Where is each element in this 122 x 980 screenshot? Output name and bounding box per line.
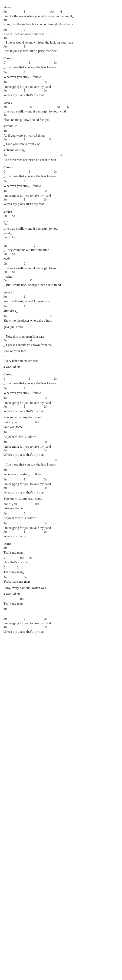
- line-6-7: I'm begging for you to take my hand: [3, 401, 119, 405]
- line-7-20: _ _: [3, 611, 119, 616]
- line-2-14: Am G F: [3, 154, 119, 158]
- line-6-35: You know that my train could: [3, 496, 119, 501]
- section-label-1: Chorus: [3, 57, 119, 60]
- line-6-25: _ The more that you say, the less I know: [3, 462, 119, 467]
- line-4-14: Em Am: [3, 270, 119, 274]
- line-4-13: Life was a willow and it bent right to y…: [3, 266, 119, 270]
- line-7-7: That's my man_: [3, 570, 119, 574]
- line-6-28: Wherever you stray, I follow: [3, 472, 119, 477]
- line-0-7: Am G F: [3, 37, 119, 41]
- line-6-41: Anywhere else is hollow: [3, 516, 119, 520]
- line-6-27: Am G: [3, 469, 119, 472]
- line-7-23: I'm begging for you to take my hand: [3, 621, 119, 626]
- line-5-19: Every bait-and-switch was: [3, 359, 119, 363]
- line-1-8: Am G Dm: [3, 89, 119, 93]
- line-6-24: C G Dm: [3, 459, 119, 463]
- line-2-10: _ Like you were a trophy or: [3, 142, 119, 146]
- line-5-9: gave you scars: [3, 325, 119, 329]
- line-2-3: Head on the pillow, I could feel you: [3, 118, 119, 122]
- section-label-3: Chorus: [3, 165, 119, 169]
- line-5-0: Am G: [3, 295, 119, 299]
- line-7-4: Hey, that's my man _: [3, 560, 119, 565]
- line-6-19: Am G Dm: [3, 441, 119, 444]
- line-4-5: Em Am: [3, 236, 119, 240]
- line-7-1: That's my man_: [3, 550, 119, 555]
- line-7-3: G Dm Am: [3, 556, 119, 560]
- line-4-10: again_: [3, 256, 119, 261]
- line-3-7: I'm begging for you to take my hand: [3, 193, 119, 198]
- section-6: ChorusC G Dm_ The more that you say, the…: [3, 372, 119, 539]
- line-2-7: Am G: [3, 130, 119, 134]
- line-6-11: You know that my train could: [3, 415, 119, 420]
- line-7-17: That's my man_: [3, 601, 119, 606]
- line-5-18: G: [3, 355, 119, 359]
- line-0-2: Am G: [3, 19, 119, 22]
- line-6-31: I'm begging for you to take my hand: [3, 482, 119, 487]
- line-4-1: _ _: [3, 218, 119, 223]
- line-5-11: F G: [3, 331, 119, 334]
- line-4-2: Dm C: [3, 223, 119, 227]
- line-7-25: Wreck my plans, that's my man: [3, 630, 119, 634]
- line-7-22: Am G Dm: [3, 617, 119, 621]
- line-7-24: Am G Dm: [3, 626, 119, 630]
- line-6-6: Am G Dm: [3, 397, 119, 401]
- section-1: ChorusC G Dm_ The more that you say, the…: [3, 57, 119, 97]
- line-1-4: Wherever you stray, I follow: [3, 75, 119, 80]
- section-label-7: Outro: [3, 542, 119, 546]
- line-6-46: Wreck my plans: [3, 534, 119, 539]
- line-6-1: _ The more that you say, the less I know: [3, 381, 119, 386]
- line-2-9: Am G Am: [3, 138, 119, 142]
- line-2-8: As if you were a mythical thing: [3, 134, 119, 138]
- line-2-0: Am G Am G: [3, 105, 119, 109]
- line-3-1: _ The more that you say, the less I know: [3, 174, 119, 179]
- line-6-22: Wreck my plans, that's my man: [3, 452, 119, 457]
- line-3-6: Am G Dm: [3, 190, 119, 194]
- line-2-1: Life was a willow and it bent right to y…: [3, 109, 119, 114]
- line-6-13: take you Dm: [3, 421, 119, 425]
- line-6-8: Am G Dm: [3, 405, 119, 409]
- line-3-3: Am G: [3, 180, 119, 184]
- line-2-5: sneakin' in: [3, 124, 119, 128]
- line-5-21: a work of art: [3, 365, 119, 369]
- line-6-30: Am G Dm: [3, 478, 119, 482]
- line-4-6: _: [3, 239, 119, 244]
- section-label-4: Bridge: [3, 210, 119, 213]
- line-1-1: _ The more that you say, the less I know: [3, 65, 119, 70]
- line-7-10: Yeah, that's my man: [3, 579, 119, 584]
- line-1-0: C G Dm: [3, 61, 119, 65]
- line-0-3: Rough on the surface but you cut through…: [3, 22, 119, 27]
- line-4-8: _ They count me out time and time: [3, 248, 119, 253]
- line-4-12: Dm C: [3, 262, 119, 266]
- section-3: ChorusC G Dm_ The more that you say, the…: [3, 165, 119, 207]
- line-5-14: _ I guess I should've known from the: [3, 343, 119, 347]
- line-7-9: Am Dm: [3, 576, 119, 580]
- line-6-3: Am G: [3, 387, 119, 391]
- line-4-16: Dm C: [3, 279, 119, 283]
- line-4-7: Dm C: [3, 244, 119, 248]
- line-4-17: _ But I come back stronger than a 90's t…: [3, 283, 119, 287]
- line-0-6: And if it was an open/shut case: [3, 32, 119, 37]
- line-6-16: Am C: [3, 431, 119, 434]
- section-label-2: Verse 2: [3, 101, 119, 105]
- line-1-6: Am G Dm: [3, 81, 119, 84]
- line-7-6: C G: [3, 566, 119, 570]
- line-0-8: _ I never would've known from the look o…: [3, 40, 119, 45]
- line-5-13: Am G: [3, 339, 119, 343]
- line-6-44: I'm begging for you to take my hand: [3, 526, 119, 530]
- line-6-33: Wreck my plans, that's my man: [3, 490, 119, 495]
- line-6-9: Wreck my plans, that's my man: [3, 409, 119, 414]
- line-5-4: after dark_: [3, 309, 119, 313]
- line-5-6: Am G C: [3, 315, 119, 318]
- line-6-17: Anywhere else is hollow: [3, 434, 119, 439]
- line-2-15: And there was one prize I'd cheat to win: [3, 158, 119, 162]
- line-1-7: I'm begging for you to take my hand: [3, 84, 119, 89]
- line-5-12: _ Now this is an open/shut case: [3, 334, 119, 339]
- line-6-32: Am G Dm: [3, 487, 119, 490]
- line-1-3: Am G: [3, 71, 119, 75]
- line-4-0: Em Am: [3, 215, 119, 218]
- line-4-9: Em Am: [3, 253, 119, 256]
- line-7-12: Baby, every bait-and-switch was: [3, 586, 119, 590]
- line-6-45: Am G Dm: [3, 530, 119, 534]
- line-3-0: C G Dm: [3, 170, 119, 174]
- line-4-15: _ wind_: [3, 274, 119, 279]
